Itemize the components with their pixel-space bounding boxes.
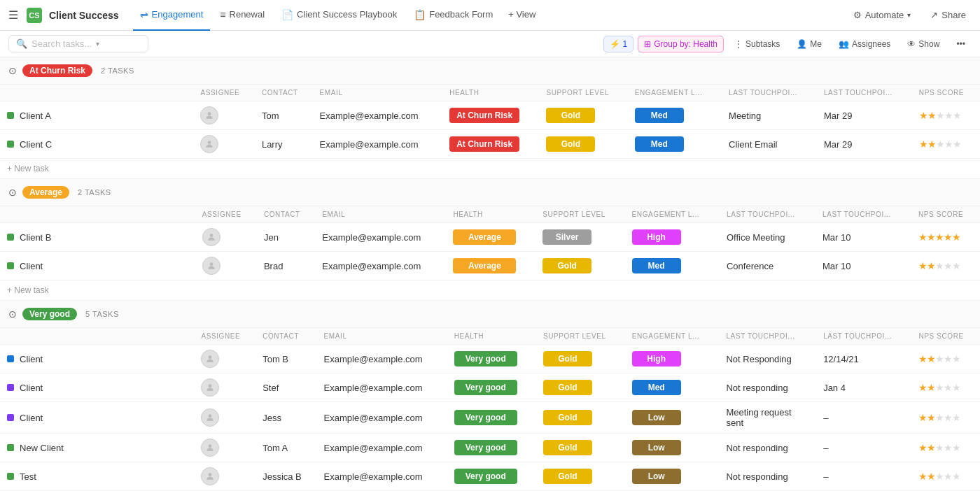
section-very-good: ⊙ Very good 5 TASKS ASSIGNEECONTACTEMAIL… [0, 301, 980, 491]
section-task-count: 5 TASKS [85, 310, 119, 318]
col-header-engagement: ENGAGEMENT L... [625, 328, 720, 345]
contact-cell: Jessica B [255, 462, 316, 491]
automate-button[interactable]: ⚙ Automate ▾ [848, 7, 917, 23]
section-task-count: 2 TASKS [78, 188, 111, 197]
table-wrap-churn-risk: ASSIGNEECONTACTEMAILHEALTHSUPPORT LEVELE… [0, 85, 980, 179]
contact-cell: Jess [255, 402, 316, 434]
nps-score-cell: ★★★★★ [911, 402, 980, 434]
svg-point-3 [209, 262, 213, 266]
new-task-row[interactable]: + New task [0, 280, 980, 301]
assignee-cell [201, 439, 248, 457]
email-cell: Example@example.com [315, 252, 446, 280]
subtasks-button[interactable]: ⋮ Subtasks [728, 36, 786, 52]
health-badge: Very good [454, 351, 517, 367]
svg-point-4 [209, 355, 212, 359]
task-name[interactable]: New Client [20, 443, 64, 453]
person-icon [205, 383, 215, 392]
section-chevron-icon[interactable]: ⊙ [8, 308, 17, 320]
col-header-health: HEALTH [447, 328, 536, 345]
add-view-tab[interactable]: + View [503, 0, 541, 31]
engagement-badge: Med [632, 258, 681, 273]
nps-score-cell: ★★★★★ [911, 462, 980, 491]
assignees-button[interactable]: 👥 Assignees [832, 36, 897, 52]
section-chevron-icon[interactable]: ⊙ [8, 65, 17, 76]
me-button[interactable]: 👤 Me [790, 36, 828, 52]
health-badge: Very good [454, 410, 517, 425]
table-row: Client BradExample@example.comAverageGol… [0, 252, 980, 280]
avatar [201, 408, 219, 427]
last-touch-date-cell: – [816, 402, 911, 434]
task-name[interactable]: Client [20, 261, 43, 271]
main-content: ⊙ At Churn Risk 2 TASKS ASSIGNEECONTACTE… [0, 57, 980, 491]
stars: ★★★★★ [918, 471, 960, 482]
col-header-nps: NPS SCORE [912, 85, 980, 101]
section-chevron-icon[interactable]: ⊙ [8, 187, 17, 198]
svg-point-0 [208, 112, 211, 115]
task-name[interactable]: Client A [20, 111, 51, 121]
playbook-icon: 📄 [281, 9, 293, 20]
task-dot-icon [7, 355, 14, 362]
more-options-button[interactable]: ••• [950, 36, 972, 52]
section-average: ⊙ Average 2 TASKS ASSIGNEECONTACTEMAILHE… [0, 179, 980, 301]
section-badge: Average [22, 186, 69, 199]
new-task-label[interactable]: + New task [0, 280, 980, 301]
show-button[interactable]: 👁 Show [901, 36, 946, 52]
nav-right: ⚙ Automate ▾ ↗ Share [848, 7, 972, 23]
last-touch-date-cell: Mar 29 [817, 130, 912, 159]
health-badge: Very good [454, 440, 517, 455]
task-name-cell: Test [7, 471, 187, 482]
task-name[interactable]: Client B [20, 232, 52, 243]
task-name[interactable]: Client [20, 413, 43, 423]
table-row: Client A TomExample@example.comAt Churn … [0, 101, 980, 130]
table-row: Client Tom BExample@example.comVery good… [0, 345, 980, 373]
support-badge: Gold [546, 108, 595, 123]
last-touch-date-cell: 12/14/21 [816, 345, 911, 373]
person-icon [204, 111, 214, 120]
search-box[interactable]: 🔍 Search tasks... ▾ [8, 35, 148, 52]
stars: ★★★★★ [918, 382, 960, 393]
contact-cell: Jen [257, 223, 315, 252]
share-button[interactable]: ↗ Share [925, 7, 972, 23]
health-badge: Very good [454, 469, 517, 484]
tab-engagement[interactable]: ⇌ Engagement [133, 0, 211, 31]
last-touch-type-cell: Meeting [722, 101, 817, 130]
task-name-cell: Client [7, 383, 187, 393]
col-header-support: SUPPORT LEVEL [536, 206, 624, 223]
filter-button[interactable]: ⚡ 1 [603, 36, 634, 52]
assignee-cell [200, 135, 247, 153]
stars: ★★★★★ [918, 442, 960, 453]
task-name[interactable]: Client [20, 383, 43, 393]
task-dot-icon [7, 473, 14, 480]
last-touch-date-cell: Jan 4 [816, 373, 911, 402]
tab-playbook[interactable]: 📄 Client Success Playbook [274, 0, 404, 31]
col-header-name [0, 85, 193, 101]
col-header-nps: NPS SCORE [911, 328, 980, 345]
stars: ★★★★★ [918, 353, 960, 364]
task-dot-icon [7, 384, 14, 391]
new-task-row[interactable]: + New task [0, 159, 980, 179]
support-badge: Gold [543, 469, 592, 484]
menu-icon[interactable]: ☰ [8, 8, 18, 22]
new-task-label[interactable]: + New task [0, 159, 980, 179]
task-dot-icon [7, 262, 14, 269]
task-dot-icon [7, 414, 14, 421]
email-cell: Example@example.com [317, 373, 447, 402]
col-header-assignee: ASSIGNEE [194, 328, 255, 345]
last-touch-type-cell: Not responding [719, 462, 816, 491]
assignee-cell [201, 378, 248, 397]
task-name[interactable]: Test [20, 471, 36, 482]
table-wrap-average: ASSIGNEECONTACTEMAILHEALTHSUPPORT LEVELE… [0, 206, 980, 301]
task-name[interactable]: Client [20, 354, 43, 364]
svg-point-6 [209, 414, 212, 418]
support-badge: Gold [542, 258, 592, 273]
avatar [202, 257, 220, 275]
group-by-button[interactable]: ⊞ Group by: Health [638, 36, 724, 52]
engagement-badge: High [632, 229, 681, 245]
contact-cell: Stef [255, 373, 316, 402]
last-touch-type-cell: Not Responding [719, 345, 816, 373]
task-name[interactable]: Client C [20, 139, 52, 150]
email-cell: Example@example.com [313, 130, 443, 159]
assignee-cell [202, 228, 250, 246]
tab-renewal[interactable]: ≡ Renewal [213, 0, 272, 31]
tab-feedback[interactable]: 📋 Feedback Form [407, 0, 500, 31]
